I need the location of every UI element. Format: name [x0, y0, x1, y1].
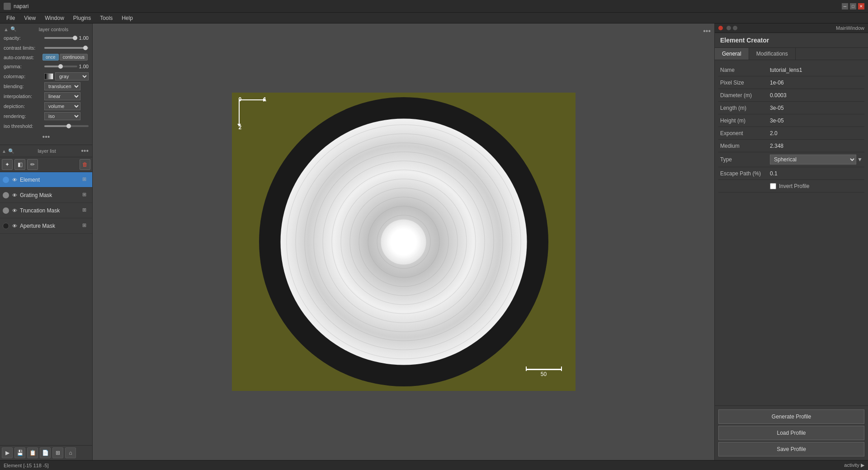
- field-escape-path-value: 0.1: [770, 170, 863, 177]
- paste-button[interactable]: 📄: [40, 447, 51, 458]
- layer-name-truncation-mask: Truncation Mask: [20, 207, 82, 214]
- layer-name-grating-mask: Grating Mask: [20, 192, 82, 198]
- iso-threshold-slider[interactable]: [44, 125, 89, 127]
- menu-plugins[interactable]: Plugins: [69, 13, 95, 23]
- layer-color-aperture-mask: [3, 223, 9, 229]
- right-panel-minimize-btn[interactable]: [726, 26, 731, 30]
- iso-threshold-label: iso threshold:: [4, 123, 44, 129]
- opacity-value: 1.00: [79, 35, 89, 41]
- minimize-button[interactable]: ─: [842, 3, 848, 9]
- colormap-select[interactable]: gray: [55, 72, 89, 80]
- layer-list-more-btn[interactable]: •••: [79, 147, 90, 155]
- layer-visibility-truncation-mask[interactable]: 👁: [11, 207, 18, 214]
- field-medium: Medium 2.348: [718, 140, 864, 152]
- title-bar: napari ─ □ ✕: [0, 0, 868, 13]
- activity-label[interactable]: activity ▶: [844, 462, 864, 468]
- rendering-select[interactable]: iso: [44, 112, 80, 120]
- scale-bar: 50: [526, 369, 562, 377]
- menu-window[interactable]: Window: [40, 13, 69, 23]
- depiction-label: depiction:: [4, 103, 44, 109]
- once-button[interactable]: once: [42, 54, 59, 61]
- console-button[interactable]: ▶: [2, 447, 13, 458]
- scale-bar-line: [526, 369, 562, 370]
- invert-profile-label: Invert Profile: [779, 183, 809, 189]
- layer-type-icon-truncation-mask: ⊞: [82, 207, 90, 214]
- layer-visibility-element[interactable]: 👁: [11, 176, 18, 183]
- layer-name-element: Element: [20, 177, 82, 183]
- depiction-select[interactable]: volume: [44, 102, 80, 110]
- search-layers-icon: 🔍: [8, 148, 14, 154]
- field-height: Height (m) 3e-05: [718, 114, 864, 127]
- field-exponent: Exponent 2.0: [718, 127, 864, 140]
- layer-color-truncation-mask: [3, 207, 9, 214]
- invert-profile-checkbox[interactable]: [770, 183, 776, 189]
- colormap-swatch: [44, 73, 53, 80]
- menu-view[interactable]: View: [19, 13, 40, 23]
- layer-visibility-grating-mask[interactable]: 👁: [11, 192, 18, 199]
- field-pixel-size-value: 1e-06: [770, 80, 863, 86]
- rendering-control: rendering: iso: [2, 111, 90, 121]
- field-length: Length (m) 3e-05: [718, 102, 864, 114]
- field-name-label: Name: [720, 67, 770, 73]
- layer-controls-header: ▲ 🔍 layer controls: [2, 25, 90, 33]
- canvas-area[interactable]: ••• 0 1 2 50: [93, 24, 714, 460]
- layer-controls-collapse[interactable]: ▲: [4, 27, 9, 32]
- layer-controls-more-btn[interactable]: •••: [41, 133, 52, 141]
- maximize-button[interactable]: □: [850, 3, 856, 9]
- layer-color-grating-mask: [3, 192, 9, 198]
- layer-list-title: layer list: [14, 148, 79, 154]
- home-button[interactable]: ⌂: [65, 447, 76, 458]
- layer-item-element[interactable]: 👁 Element ⊞: [0, 172, 92, 188]
- layer-item-aperture-mask[interactable]: 👁 Aperture Mask ⊞: [0, 218, 92, 234]
- type-select[interactable]: Spherical Aspherical Flat: [770, 155, 856, 164]
- app-icon: [4, 3, 11, 10]
- save-button[interactable]: 💾: [14, 447, 25, 458]
- right-panel-close-btn[interactable]: [718, 26, 723, 30]
- opacity-slider[interactable]: [44, 37, 77, 39]
- close-button[interactable]: ✕: [858, 3, 864, 9]
- axis-label-2: 2: [239, 124, 242, 131]
- tab-modifications[interactable]: Modifications: [749, 48, 796, 60]
- colormap-label: colormap:: [4, 74, 44, 79]
- generate-profile-button[interactable]: Generate Profile: [718, 409, 864, 424]
- menu-help[interactable]: Help: [117, 13, 137, 23]
- layer-list-header: ▲ 🔍 layer list •••: [0, 145, 92, 157]
- field-type: Type Spherical Aspherical Flat ▼: [718, 152, 864, 167]
- gamma-slider[interactable]: [44, 66, 77, 67]
- blending-select[interactable]: translucent_: [44, 82, 80, 90]
- lens-center-spot: [381, 219, 426, 264]
- right-panel-window-controls: [718, 26, 737, 30]
- delete-layer-button[interactable]: 🗑: [80, 159, 90, 170]
- field-pixel-size: Pixel Size 1e-06: [718, 76, 864, 89]
- field-length-label: Length (m): [720, 105, 770, 111]
- grid-button[interactable]: ⊞: [52, 447, 63, 458]
- gamma-value: 1.00: [79, 64, 89, 69]
- continuous-button[interactable]: continuous: [60, 54, 88, 61]
- layer-name-aperture-mask: Aperture Mask: [20, 223, 82, 229]
- interpolation-select[interactable]: linear: [44, 92, 80, 100]
- blending-control: blending: translucent_: [2, 81, 90, 91]
- add-shapes-button[interactable]: ◧: [14, 159, 25, 170]
- add-labels-button[interactable]: ✏: [27, 159, 38, 170]
- canvas-more-btn[interactable]: •••: [703, 27, 711, 35]
- auto-contrast-label: auto-contrast:: [4, 55, 42, 60]
- copy-button[interactable]: 📋: [27, 447, 38, 458]
- field-name: Name tutorial_lens1: [718, 64, 864, 76]
- field-escape-path: Escape Path (%) 0.1: [718, 167, 864, 180]
- menu-file[interactable]: File: [2, 13, 19, 23]
- interpolation-label: interpolation:: [4, 94, 44, 99]
- layer-list-collapse[interactable]: ▲: [2, 149, 6, 154]
- add-points-button[interactable]: ✦: [2, 159, 13, 170]
- contrast-slider[interactable]: [44, 47, 89, 49]
- right-panel-expand-btn[interactable]: [733, 26, 737, 30]
- load-profile-button[interactable]: Load Profile: [718, 426, 864, 440]
- save-profile-button[interactable]: Save Profile: [718, 442, 864, 456]
- menu-tools[interactable]: Tools: [95, 13, 117, 23]
- colormap-control: colormap: gray: [2, 71, 90, 81]
- layer-item-grating-mask[interactable]: 👁 Grating Mask ⊞: [0, 188, 92, 203]
- field-pixel-size-label: Pixel Size: [720, 80, 770, 86]
- tab-general[interactable]: General: [715, 48, 749, 60]
- layer-item-truncation-mask[interactable]: 👁 Truncation Mask ⊞: [0, 203, 92, 218]
- layer-visibility-aperture-mask[interactable]: 👁: [11, 222, 18, 230]
- canvas-container: 0 1 2 50: [232, 93, 576, 391]
